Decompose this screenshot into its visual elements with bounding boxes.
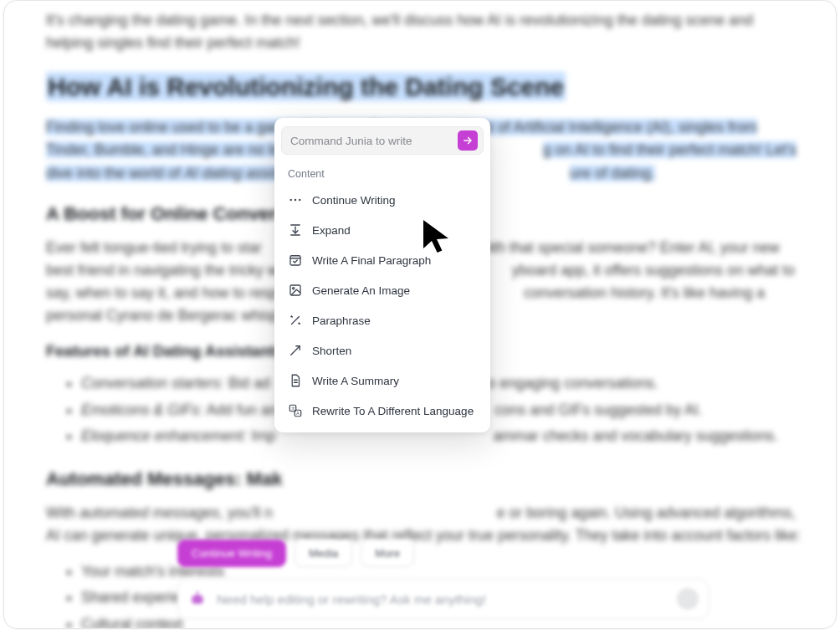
chat-placeholder-text: Need help editing or rewriting? Ask me a… <box>217 592 677 606</box>
command-input[interactable] <box>290 135 458 147</box>
translate-icon: 文A <box>288 403 303 418</box>
floating-toolbar: Continue Writing Media More <box>177 539 414 567</box>
dots-icon <box>288 192 303 207</box>
menu-continue-writing[interactable]: Continue Writing <box>281 185 484 215</box>
automated-paragraph: With automated messages, you'll ne or bo… <box>46 502 802 547</box>
ai-command-popup: Content Continue Writing Expand Write A … <box>274 118 490 432</box>
menu-shorten[interactable]: Shorten <box>281 335 484 366</box>
intro-paragraph: It's changing the dating game. In the ne… <box>46 9 802 54</box>
continue-writing-button[interactable]: Continue Writing <box>177 539 286 567</box>
close-chat-button[interactable] <box>677 588 699 610</box>
menu-write-summary[interactable]: Write A Summary <box>281 366 484 396</box>
expand-icon <box>288 222 303 238</box>
svg-point-1 <box>290 199 292 201</box>
svg-point-3 <box>299 199 300 201</box>
heading-how-ai: How AI is Revolutionizing the Dating Sce… <box>46 73 802 101</box>
svg-line-11 <box>292 318 299 325</box>
menu-final-paragraph[interactable]: Write A Final Paragraph <box>281 245 484 275</box>
menu-rewrite-language[interactable]: 文A Rewrite To A Different Language <box>281 396 484 426</box>
wand-icon <box>288 313 303 328</box>
heading-automated: Automated Messages: Mak <box>46 468 802 490</box>
svg-point-2 <box>295 199 296 201</box>
command-input-container[interactable] <box>281 126 484 155</box>
image-icon <box>288 283 303 298</box>
svg-point-10 <box>293 288 295 289</box>
svg-rect-7 <box>290 256 300 265</box>
svg-point-20 <box>194 599 196 601</box>
calendar-check-icon <box>288 253 303 268</box>
svg-point-21 <box>199 599 201 601</box>
chat-assistant-bar[interactable]: Need help editing or rewriting? Ask me a… <box>177 579 709 619</box>
menu-paraphrase[interactable]: Paraphrase <box>281 305 484 335</box>
arrow-right-icon <box>462 135 474 146</box>
svg-text:A: A <box>296 412 300 416</box>
document-icon <box>288 373 303 388</box>
popup-section-label: Content <box>281 163 484 185</box>
svg-point-23 <box>197 591 198 593</box>
media-button[interactable]: Media <box>295 539 352 567</box>
svg-text:文: 文 <box>291 406 295 411</box>
robot-icon <box>188 590 207 608</box>
menu-generate-image[interactable]: Generate An Image <box>281 275 484 305</box>
shorten-icon <box>288 343 303 358</box>
menu-expand[interactable]: Expand <box>281 215 484 245</box>
svg-rect-19 <box>192 596 203 603</box>
submit-command-button[interactable] <box>458 130 478 151</box>
svg-line-12 <box>291 346 300 355</box>
more-button[interactable]: More <box>361 539 414 567</box>
